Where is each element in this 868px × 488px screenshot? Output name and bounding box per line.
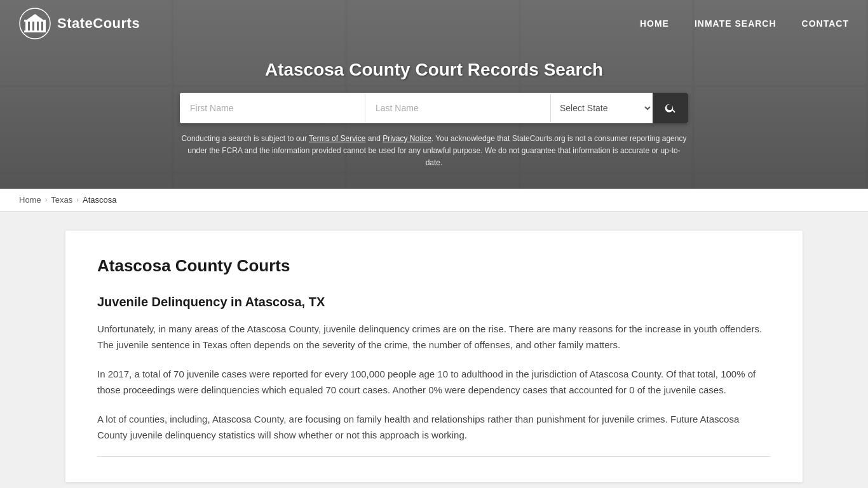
content-para-2: In 2017, a total of 70 juvenile cases we… bbox=[97, 366, 771, 398]
state-select[interactable]: Select State Texas California Florida bbox=[551, 93, 653, 123]
section-title-juvenile: Juvenile Delinquency in Atascosa, TX bbox=[97, 295, 771, 309]
search-icon bbox=[664, 102, 677, 114]
nav-contact[interactable]: CONTACT bbox=[802, 18, 849, 29]
logo-icon bbox=[19, 8, 51, 39]
logo-text: StateCourts bbox=[57, 15, 140, 32]
svg-rect-6 bbox=[24, 30, 46, 32]
breadcrumb-current: Atascosa bbox=[83, 195, 116, 205]
svg-rect-8 bbox=[24, 20, 46, 22]
site-logo[interactable]: StateCourts bbox=[19, 8, 140, 39]
search-button[interactable] bbox=[653, 93, 688, 123]
last-name-input[interactable] bbox=[365, 94, 551, 122]
page-heading: Atascosa County Court Records Search bbox=[13, 60, 855, 80]
svg-rect-4 bbox=[39, 22, 41, 30]
svg-rect-1 bbox=[25, 22, 28, 30]
content-para-3: A lot of counties, including, Atascosa C… bbox=[97, 411, 771, 444]
nav-links: HOME INMATE SEARCH CONTACT bbox=[640, 18, 849, 29]
svg-rect-2 bbox=[30, 22, 32, 30]
search-bar: Select State Texas California Florida bbox=[180, 93, 688, 123]
breadcrumb-state[interactable]: Texas bbox=[51, 195, 72, 205]
breadcrumb-home[interactable]: Home bbox=[19, 195, 41, 205]
nav-home[interactable]: HOME bbox=[640, 18, 669, 29]
content-card: Atascosa County Courts Juvenile Delinque… bbox=[65, 231, 803, 482]
svg-rect-5 bbox=[43, 22, 46, 30]
terms-link[interactable]: Terms of Service bbox=[309, 134, 365, 143]
nav-inmate-search[interactable]: INMATE SEARCH bbox=[695, 18, 776, 29]
hero-section: Atascosa County Court Records Search Sel… bbox=[0, 47, 868, 189]
main-content: Atascosa County Courts Juvenile Delinque… bbox=[0, 231, 868, 482]
svg-rect-3 bbox=[34, 22, 37, 30]
county-courts-title: Atascosa County Courts bbox=[97, 256, 771, 276]
privacy-link[interactable]: Privacy Notice bbox=[383, 134, 431, 143]
navbar: StateCourts HOME INMATE SEARCH CONTACT bbox=[0, 0, 868, 47]
content-divider bbox=[97, 456, 771, 457]
breadcrumb: Home › Texas › Atascosa bbox=[0, 189, 868, 212]
site-header: StateCourts HOME INMATE SEARCH CONTACT A… bbox=[0, 0, 868, 189]
breadcrumb-separator-1: › bbox=[45, 196, 48, 203]
breadcrumb-separator-2: › bbox=[76, 196, 79, 203]
disclaimer: Conducting a search is subject to our Te… bbox=[180, 133, 688, 170]
first-name-input[interactable] bbox=[180, 94, 365, 122]
content-para-1: Unfortunately, in many areas of the Atas… bbox=[97, 321, 771, 353]
